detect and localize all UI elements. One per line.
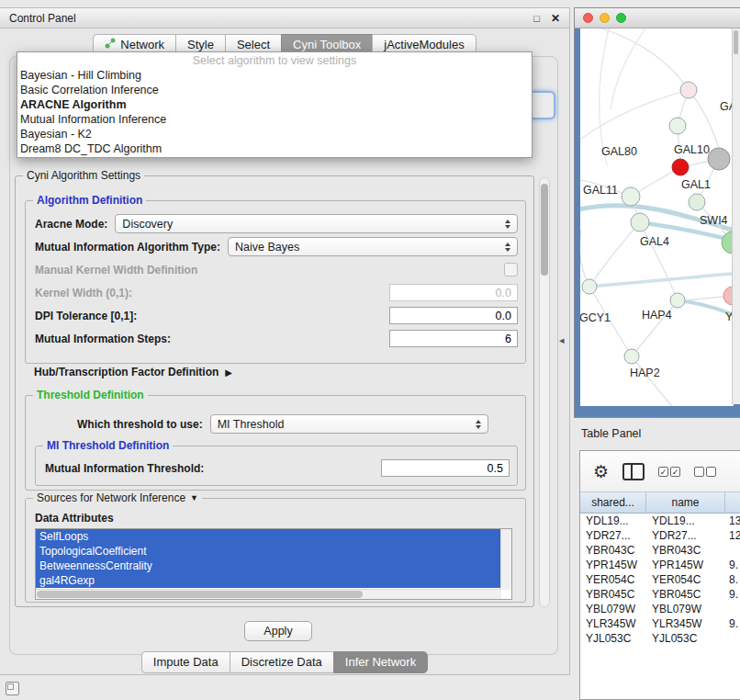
algorithm-option[interactable]: Bayesian - Hill Climbing — [17, 68, 532, 83]
network-edge[interactable] — [632, 356, 672, 406]
mi-threshold-label: Mutual Information Threshold: — [45, 462, 204, 475]
table-cell: YDR27... — [580, 528, 646, 543]
algorithm-option[interactable]: ARACNE Algorithm — [17, 97, 532, 112]
deselect-all-checkboxes-icon[interactable] — [694, 467, 716, 477]
network-edge[interactable] — [580, 231, 589, 287]
network-graph[interactable]: GALGAL80GAL10GAL11GAL1SWI4GAL4GCY1HAP4YH… — [580, 28, 734, 406]
bottom-tab-discretize-data[interactable]: Discretize Data — [230, 651, 333, 673]
close-icon[interactable]: ✕ — [551, 12, 560, 25]
aracne-mode-select[interactable]: Discovery — [115, 214, 518, 233]
network-node[interactable] — [622, 187, 640, 206]
table-cell: YDL19... — [646, 514, 725, 528]
algorithm-option[interactable]: Basic Correlation Inference — [17, 83, 532, 97]
data-attribute-item[interactable]: SelfLoops — [36, 529, 500, 544]
algorithm-option[interactable]: Bayesian - K2 — [17, 127, 532, 141]
scrollbar-thumb[interactable] — [541, 184, 548, 276]
network-edge[interactable] — [589, 273, 734, 287]
table-row[interactable]: YJL053CYJL053C — [580, 631, 740, 646]
table-body: YDL19...YDL19...13...YDR27...YDR27...12.… — [580, 514, 740, 646]
kernel-width-row: Kernel Width (0,1): — [35, 283, 518, 302]
table-cell: 12... — [725, 528, 740, 543]
minimize-traffic-light-icon[interactable] — [600, 13, 610, 23]
restore-panel-icon[interactable] — [6, 682, 19, 695]
data-attribute-item[interactable]: TopologicalCoefficient — [36, 544, 500, 559]
column-header[interactable] — [725, 492, 740, 513]
panel-splitter-arrow-icon[interactable]: ◂ — [559, 334, 565, 346]
network-edge[interactable] — [640, 222, 678, 300]
apply-button[interactable]: Apply — [244, 621, 312, 641]
network-edge[interactable] — [689, 90, 719, 148]
mi-algorithm-type-select[interactable]: Naive Bayes — [228, 237, 518, 256]
network-edge[interactable] — [600, 28, 609, 164]
dpi-tolerance-input[interactable] — [389, 307, 518, 324]
network-node[interactable] — [669, 118, 686, 134]
bottom-tab-impute-data[interactable]: Impute Data — [141, 651, 230, 673]
table-row[interactable]: YBL079WYBL079W — [580, 602, 740, 616]
network-canvas[interactable]: GALGAL80GAL10GAL11GAL1SWI4GAL4GCY1HAP4YH… — [580, 28, 734, 406]
algorithm-option[interactable]: Mutual Information Inference — [17, 112, 532, 127]
attributes-horizontal-scrollbar[interactable] — [36, 589, 501, 599]
float-window-icon[interactable]: □ — [533, 13, 540, 24]
data-attribute-item[interactable]: BetweennessCentrality — [36, 559, 500, 573]
cyni-algorithm-settings-group: Cyni Algorithm Settings Algorithm Defini… — [15, 175, 534, 607]
table-toolbar: ⚙ ✓ ✓ — [580, 451, 740, 492]
network-node[interactable] — [708, 148, 730, 170]
attributes-vertical-scrollbar[interactable] — [500, 529, 511, 590]
zoom-traffic-light-icon[interactable] — [616, 13, 626, 23]
hub-section-toggle[interactable]: Hub/Transcription Factor Definition ▶ — [34, 366, 232, 378]
scrollbar-thumb[interactable] — [734, 30, 738, 54]
mi-threshold-group-title: MI Threshold Definition — [43, 439, 173, 452]
settings-scrollbar[interactable] — [539, 177, 550, 607]
network-tab-icon — [105, 38, 116, 52]
aracne-mode-row: Aracne Mode: Discovery — [35, 214, 518, 233]
bottom-tab-infer-network[interactable]: Infer Network — [333, 651, 428, 673]
gear-icon[interactable]: ⚙ — [593, 463, 609, 480]
column-header[interactable]: shared... — [580, 492, 646, 513]
table-row[interactable]: YBR043CYBR043C — [580, 543, 740, 558]
manual-kernel-row: Manual Kernel Width Definition — [35, 260, 518, 279]
algorithm-placeholder: Select algorithm to view settings — [17, 53, 532, 68]
table-cell: 9. — [725, 616, 740, 631]
table-row[interactable]: YDL19...YDL19...13... — [580, 514, 740, 528]
collapsed-arrow-icon: ▶ — [225, 367, 232, 378]
kernel-width-input[interactable] — [389, 284, 518, 301]
network-node[interactable] — [624, 349, 639, 364]
table-columns-icon[interactable] — [622, 463, 645, 480]
network-node[interactable] — [670, 293, 685, 308]
network-node[interactable] — [631, 213, 649, 231]
network-scrollbar[interactable] — [732, 28, 740, 404]
table-row[interactable]: YPR145WYPR145W9. — [580, 558, 740, 572]
table-row[interactable]: YLR345WYLR345W9. — [580, 616, 740, 631]
table-cell: YLR345W — [580, 616, 646, 631]
network-edge[interactable] — [602, 28, 689, 90]
network-node[interactable] — [680, 82, 697, 98]
network-node-label: HAP4 — [642, 309, 672, 322]
mi-threshold-input[interactable] — [381, 459, 510, 477]
data-attribute-item[interactable]: gal4RGexp — [36, 573, 500, 588]
data-attributes-list[interactable]: SelfLoopsTopologicalCoefficientBetweenne… — [35, 528, 512, 600]
table-row[interactable]: YDR27...YDR27...12... — [580, 528, 740, 543]
network-node[interactable] — [689, 194, 705, 210]
manual-kernel-width-label: Manual Kernel Width Definition — [35, 264, 197, 277]
table-cell: YER054C — [646, 572, 725, 587]
network-node-label: GAL80 — [601, 145, 637, 158]
table-row[interactable]: YER054CYER054C8. — [580, 572, 740, 587]
network-edge[interactable] — [611, 28, 645, 109]
algorithm-option[interactable]: Dream8 DC_TDC Algorithm — [17, 141, 532, 156]
manual-kernel-width-checkbox[interactable] — [504, 263, 518, 277]
select-all-checkboxes-icon[interactable]: ✓ ✓ — [658, 467, 680, 477]
close-traffic-light-icon[interactable] — [583, 13, 593, 23]
mi-steps-input[interactable] — [389, 330, 518, 347]
table-cell: YBR043C — [646, 543, 725, 558]
combo-arrows-icon — [501, 220, 513, 229]
network-node[interactable] — [672, 159, 689, 175]
network-node[interactable] — [582, 279, 597, 294]
algorithm-definition-group: Algorithm Definition Aracne Mode: Discov… — [25, 200, 526, 364]
network-window-titlebar[interactable] — [575, 8, 740, 28]
sources-section-toggle[interactable]: Sources for Network Inference ▼ — [33, 491, 202, 504]
column-header[interactable]: name — [646, 492, 725, 513]
which-threshold-select[interactable]: MI Threshold — [210, 414, 488, 434]
network-node-label: GAL4 — [640, 235, 669, 248]
table-row[interactable]: YBR045CYBR045C9. — [580, 587, 740, 602]
network-edge[interactable] — [589, 222, 640, 287]
